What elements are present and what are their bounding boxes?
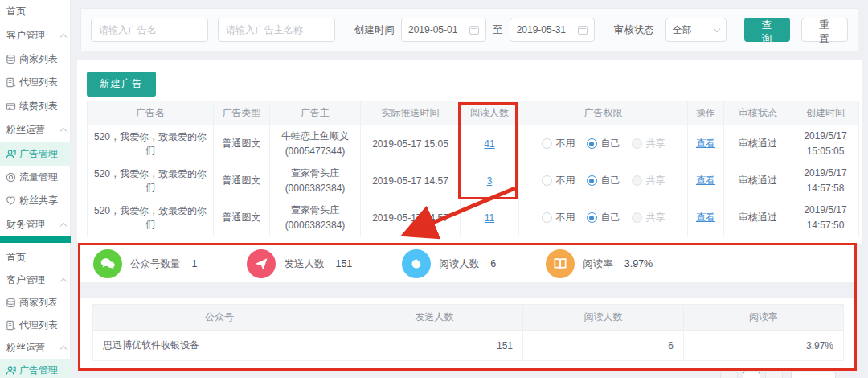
sidebar-item-merchant-list[interactable]: 商家列表 bbox=[0, 47, 71, 71]
reset-button[interactable]: 重置 bbox=[801, 18, 848, 42]
advertiser-cell: 萱家骨头庄 (0006382384) bbox=[270, 162, 361, 199]
account-table: 公众号 发送人数 阅读人数 阅读率 思迅博优软件收银设备 151 6 3.97% bbox=[92, 304, 844, 361]
create-time-label: 创建时间 bbox=[354, 23, 395, 37]
sidebar-item-finance-mgmt[interactable]: 财务管理 bbox=[0, 213, 71, 236]
chevron-up-icon bbox=[60, 277, 67, 284]
pagination-goto-input[interactable] bbox=[791, 372, 836, 378]
radio-no-use[interactable]: 不用 bbox=[542, 174, 575, 187]
sidebar-item-renewal-list[interactable]: 续费列表 bbox=[0, 95, 71, 118]
stats-bar: 公众号数量 1 发送人数 151 阅读人数 6 阅读率 3.97% bbox=[80, 245, 855, 282]
sidebar-item-fans-ops[interactable]: 粉丝运营 bbox=[0, 336, 71, 359]
new-ad-button[interactable]: 新建广告 bbox=[87, 72, 156, 97]
create-time-cell: 2019/5/17 14:57:58 bbox=[792, 162, 859, 199]
sidebar-item-customer-mgmt[interactable]: 客户管理 bbox=[0, 269, 71, 291]
audit-status-value: 全部 bbox=[673, 23, 692, 37]
date-to-input[interactable]: 2019-05-31 bbox=[510, 18, 595, 42]
view-link[interactable]: 查看 bbox=[696, 175, 715, 186]
sidebar-item-label: 客户管理 bbox=[6, 273, 45, 287]
ad-manage-icon bbox=[6, 365, 16, 376]
sidebar-item-label: 财务管理 bbox=[6, 218, 45, 232]
sidebar-item-agent-list[interactable]: 代理列表 bbox=[0, 71, 71, 94]
calendar-icon bbox=[469, 26, 479, 35]
radio-icon bbox=[542, 212, 552, 223]
wechat-icon bbox=[93, 249, 122, 278]
advertiser-name: 萱家骨头庄 bbox=[273, 203, 357, 218]
read-count-link[interactable]: 41 bbox=[484, 138, 494, 150]
table-row: 思迅博优软件收银设备 151 6 3.97% bbox=[93, 331, 844, 361]
sidebar-item-traffic-manage[interactable]: 流量管理 bbox=[0, 166, 71, 189]
sent-count-cell: 151 bbox=[346, 331, 523, 361]
radio-icon bbox=[542, 175, 552, 186]
audit-status-cell: 审核通过 bbox=[724, 162, 792, 199]
sidebar-item-label: 粉丝运营 bbox=[6, 341, 45, 355]
radio-no-use[interactable]: 不用 bbox=[542, 211, 575, 224]
stat-official-accounts: 公众号数量 1 bbox=[93, 249, 197, 278]
stat-value: 3.97% bbox=[624, 258, 653, 269]
read-count-cell: 3 bbox=[461, 162, 519, 199]
sidebar-item-label: 代理列表 bbox=[19, 318, 58, 332]
sidebar-item-label: 续费列表 bbox=[19, 100, 58, 113]
col-header-advertiser: 广告主 bbox=[270, 101, 361, 125]
ad-list-card: 新建广告 广告名 广告类型 广告主 实际推送时间 阅读人数 广告权限 操作 审核… bbox=[77, 60, 862, 244]
sidebar-item-ad-manage[interactable]: 广告管理 bbox=[0, 142, 71, 165]
radio-share[interactable]: 共享 bbox=[632, 174, 665, 187]
sidebar-item-fans-share[interactable]: 粉丝共享 bbox=[0, 189, 71, 212]
read-count-cell: 6 bbox=[523, 331, 684, 361]
action-cell: 查看 bbox=[688, 199, 724, 236]
push-time-cell: 2019-05-17 14:57 bbox=[361, 162, 461, 199]
agent-list-icon bbox=[6, 77, 16, 88]
sidebar-item-fans-ops[interactable]: 粉丝运营 bbox=[0, 118, 71, 142]
permission-cell: 不用 自己 共享 bbox=[519, 125, 688, 162]
radio-self[interactable]: 自己 bbox=[587, 211, 620, 224]
col-header-audit-status: 审核状态 bbox=[724, 101, 792, 125]
date-from-input[interactable]: 2019-05-01 bbox=[401, 18, 486, 42]
ad-name-input[interactable] bbox=[91, 18, 208, 42]
stat-value: 6 bbox=[490, 258, 496, 269]
sidebar-item-merchant-list[interactable]: 商家列表 bbox=[0, 291, 71, 314]
admin-dashboard: 首页 客户管理 商家列表 代理列表 续费列表 粉丝运营 bbox=[0, 0, 868, 378]
sidebar-item-label: 首页 bbox=[6, 251, 26, 265]
action-cell: 查看 bbox=[688, 162, 724, 199]
read-count-link[interactable]: 3 bbox=[487, 175, 493, 187]
ad-name-cell: 520，我爱你，致最爱的你们 bbox=[88, 199, 214, 236]
radio-icon bbox=[587, 175, 597, 186]
radio-self[interactable]: 自己 bbox=[587, 174, 620, 187]
radio-share[interactable]: 共享 bbox=[632, 211, 665, 224]
sidebar-item-agent-list[interactable]: 代理列表 bbox=[0, 314, 71, 336]
permission-cell: 不用 自己 共享 bbox=[519, 162, 688, 199]
advertiser-id: (0005477344) bbox=[273, 144, 357, 159]
pagination-page-1-button[interactable] bbox=[743, 372, 760, 378]
pagination-next-button[interactable] bbox=[765, 372, 783, 378]
ad-name-cell: 520，我爱你，致最爱的你们 bbox=[88, 162, 214, 199]
sidebar-item-customer-mgmt[interactable]: 客户管理 bbox=[0, 23, 71, 47]
fans-share-icon bbox=[6, 195, 16, 206]
radio-no-use[interactable]: 不用 bbox=[542, 137, 575, 150]
sidebar-item-home[interactable]: 首页 bbox=[0, 246, 71, 269]
sidebar-item-label: 代理列表 bbox=[19, 76, 58, 89]
view-link[interactable]: 查看 bbox=[696, 138, 715, 149]
stat-value: 151 bbox=[335, 258, 352, 269]
advertiser-id: (0006382384) bbox=[273, 181, 357, 196]
radio-share[interactable]: 共享 bbox=[632, 137, 665, 150]
advertiser-name-input[interactable] bbox=[218, 18, 335, 42]
radio-self[interactable]: 自己 bbox=[587, 137, 620, 150]
chevron-down-icon bbox=[714, 25, 720, 31]
query-button[interactable]: 查询 bbox=[744, 18, 791, 42]
create-time-cell: 2019/5/17 15:05:05 bbox=[792, 125, 859, 162]
sidebar-item-home[interactable]: 首页 bbox=[0, 0, 71, 23]
audit-status-cell: 审核通过 bbox=[724, 125, 792, 162]
sidebar-item-label: 流量管理 bbox=[19, 171, 58, 184]
audit-status-select[interactable]: 全部 bbox=[665, 18, 727, 42]
read-rate-cell: 3.97% bbox=[684, 331, 844, 361]
sidebar-item-ad-manage[interactable]: 广告管理 bbox=[0, 359, 71, 378]
sidebar-item-label: 广告管理 bbox=[19, 364, 58, 377]
pagination-prev-button[interactable] bbox=[720, 372, 738, 378]
col-header-read-count: 阅读人数 bbox=[523, 305, 684, 331]
view-link[interactable]: 查看 bbox=[696, 212, 715, 223]
screenshot-divider-bar bbox=[0, 236, 71, 243]
sidebar-item-label: 粉丝运营 bbox=[6, 123, 45, 137]
permission-cell: 不用 自己 共享 bbox=[519, 199, 688, 236]
col-header-ad-type: 广告类型 bbox=[214, 101, 270, 125]
read-count-link[interactable]: 11 bbox=[485, 212, 494, 224]
table-row: 520，我爱你，致最爱的你们 普通图文 牛蛙恋上鱼顺义 (0005477344)… bbox=[88, 125, 859, 162]
